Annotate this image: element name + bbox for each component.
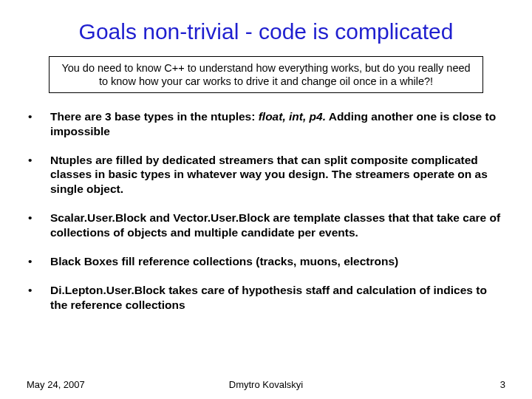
list-item: •Black Boxes fill reference collections … — [28, 254, 501, 268]
callout-box: You do need to know C++ to understand ho… — [49, 56, 483, 93]
list-item: •Di.Lepton.User.Block takes care of hypo… — [28, 283, 501, 312]
list-item: •Ntuples are filled by dedicated streame… — [28, 153, 501, 196]
list-item: •Scalar.User.Block and Vector.User.Block… — [28, 211, 501, 239]
bullet-marker: • — [28, 153, 50, 196]
bullet-marker: • — [28, 283, 50, 312]
bullet-text-pre: Black Boxes fill reference collections (… — [50, 255, 398, 267]
slide: Goals non-trivial - code is complicated … — [0, 0, 532, 399]
bullet-text-ital: float, int, p4. — [259, 110, 326, 123]
footer: May 24, 2007 Dmytro Kovalskyi 3 — [0, 379, 532, 390]
bullet-text-pre: There are 3 base types in the ntuples: — [50, 110, 259, 123]
bullet-text-pre: Ntuples are filled by dedicated streamer… — [50, 154, 488, 195]
list-item: •There are 3 base types in the ntuples: … — [28, 109, 501, 138]
bullet-text-pre: Scalar.User.Block and Vector.User.Block … — [50, 211, 500, 238]
bullet-marker: • — [28, 109, 50, 138]
bullet-list: •There are 3 base types in the ntuples: … — [28, 109, 501, 312]
footer-author: Dmytro Kovalskyi — [0, 379, 532, 390]
slide-title: Goals non-trivial - code is complicated — [27, 19, 505, 44]
bullet-marker: • — [28, 254, 50, 268]
bullet-text-pre: Di.Lepton.User.Block takes care of hypot… — [50, 284, 487, 310]
bullet-marker: • — [28, 211, 50, 239]
